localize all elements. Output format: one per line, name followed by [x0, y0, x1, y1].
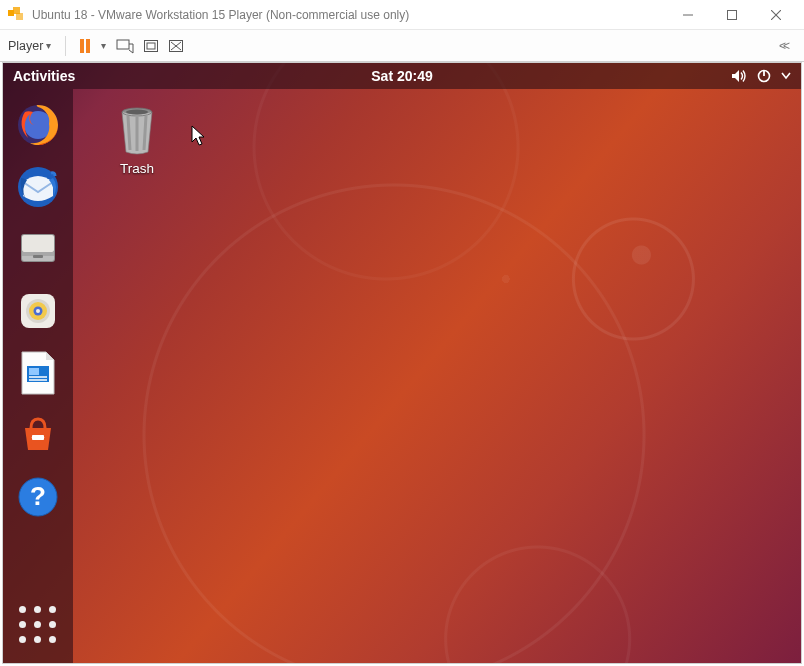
svg-rect-26: [29, 368, 39, 375]
desktop-trash-label: Trash: [97, 161, 177, 176]
svg-rect-6: [117, 40, 129, 49]
svg-point-29: [40, 435, 44, 439]
vmware-toolbar: Player ▾ ▾ <<: [0, 30, 804, 62]
dock: ?: [3, 89, 73, 663]
cursor-icon: [191, 125, 207, 147]
panel-clock[interactable]: Sat 20:49: [371, 68, 432, 84]
vmware-player-icon: [8, 7, 24, 23]
svg-rect-5: [86, 39, 90, 53]
window-titlebar: Ubuntu 18 - VMware Workstation 15 Player…: [0, 0, 804, 30]
player-menu-label: Player: [8, 39, 43, 53]
volume-icon: [731, 69, 747, 83]
desktop-trash[interactable]: Trash: [97, 103, 177, 176]
suspend-button[interactable]: [72, 34, 98, 58]
svg-point-24: [36, 309, 40, 313]
svg-rect-8: [147, 43, 155, 49]
svg-point-35: [126, 109, 148, 114]
svg-text:?: ?: [30, 481, 46, 511]
player-menu-button[interactable]: Player ▾: [8, 39, 51, 53]
window-close-button[interactable]: [754, 1, 798, 29]
svg-rect-3: [728, 10, 737, 19]
dock-item-files[interactable]: [14, 225, 62, 273]
svg-point-28: [32, 435, 36, 439]
desktop[interactable]: Trash: [73, 89, 801, 663]
svg-rect-19: [33, 255, 43, 258]
system-tray[interactable]: [731, 69, 791, 83]
chevron-down-icon: [781, 72, 791, 80]
dock-item-software[interactable]: [14, 411, 62, 459]
svg-rect-2: [16, 13, 23, 20]
activities-button[interactable]: Activities: [13, 68, 75, 84]
chevron-down-icon[interactable]: ▾: [101, 40, 106, 51]
svg-rect-1: [13, 7, 20, 14]
svg-rect-7: [145, 40, 158, 51]
dock-item-firefox[interactable]: [14, 101, 62, 149]
show-applications-button[interactable]: [18, 605, 58, 645]
chevron-down-icon: ▾: [46, 40, 51, 51]
gnome-top-panel: Activities Sat 20:49: [3, 63, 801, 89]
dock-item-rhythmbox[interactable]: [14, 287, 62, 335]
guest-viewport: Activities Sat 20:49: [2, 62, 802, 664]
send-ctrl-alt-del-button[interactable]: [112, 34, 138, 58]
dock-item-writer[interactable]: [14, 349, 62, 397]
dock-item-help[interactable]: ?: [14, 473, 62, 521]
svg-point-14: [47, 175, 51, 179]
window-title: Ubuntu 18 - VMware Workstation 15 Player…: [32, 8, 666, 22]
window-maximize-button[interactable]: [710, 1, 754, 29]
fullscreen-button[interactable]: [138, 34, 164, 58]
dock-item-thunderbird[interactable]: [14, 163, 62, 211]
svg-rect-4: [80, 39, 84, 53]
toolbar-separator: [65, 36, 66, 56]
window-minimize-button[interactable]: [666, 1, 710, 29]
toolbar-collapse-button[interactable]: <<: [770, 34, 796, 58]
trash-icon: [110, 103, 164, 157]
unity-mode-button[interactable]: [164, 34, 190, 58]
svg-rect-16: [22, 235, 54, 252]
power-icon: [757, 69, 771, 83]
